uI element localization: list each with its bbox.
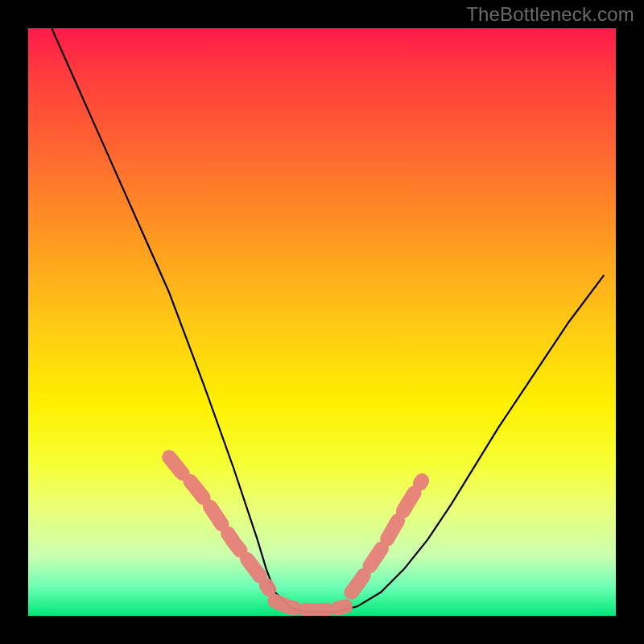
chart-svg (28, 28, 616, 616)
watermark-text: TheBottleneck.com (466, 3, 634, 26)
plot-area (28, 28, 616, 616)
highlight-band-right (352, 481, 423, 592)
highlight-band-left (169, 457, 269, 589)
chart-frame: TheBottleneck.com (0, 0, 644, 644)
series-group (52, 28, 604, 613)
bottleneck-curve (52, 28, 604, 613)
highlight-band-bottom (275, 601, 346, 611)
